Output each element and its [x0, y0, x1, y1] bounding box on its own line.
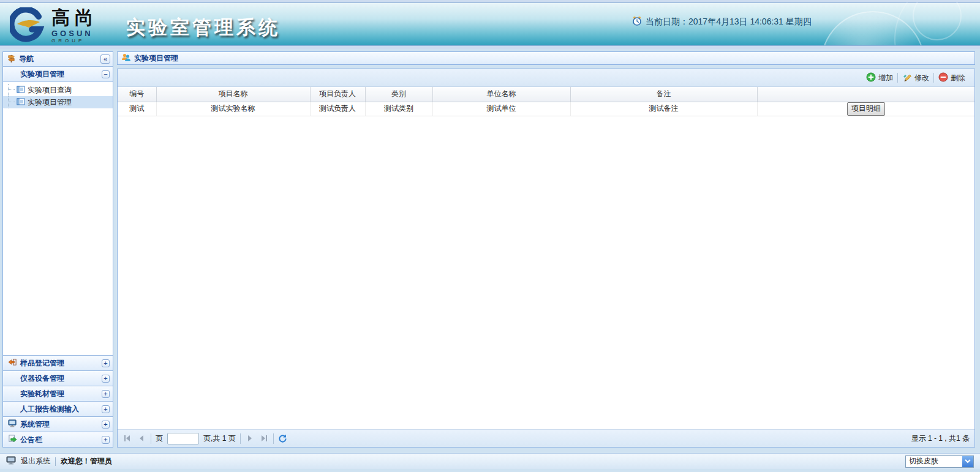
table-header-row: 编号 项目名称 项目负责人 类别 单位名称 备注	[118, 87, 974, 102]
accordion-section-label: 实验项目管理	[20, 69, 102, 80]
top-banner: 高尚 GOSUN GROUP 实验室管理系统 当前日期：2017年4月13日 1…	[0, 0, 980, 49]
add-button[interactable]: 增加	[862, 72, 897, 84]
accordion-section-announcement[interactable]: 公告栏 +	[3, 432, 113, 447]
sample-register-icon	[8, 358, 17, 369]
first-page-icon[interactable]	[123, 433, 132, 443]
pager-summary: 显示 1 - 1 , 共1 条	[911, 433, 970, 444]
accordion-section-label: 实验耗材管理	[20, 389, 102, 399]
cell-project-name: 测试实验名称	[156, 102, 310, 116]
expand-section-button[interactable]: +	[102, 405, 110, 413]
column-header-category[interactable]: 类别	[365, 87, 432, 102]
project-detail-button[interactable]: 项目明细	[847, 102, 885, 116]
expand-section-button[interactable]: +	[102, 375, 110, 383]
company-logo: 高尚 GOSUN GROUP	[10, 7, 98, 45]
current-datetime: 当前日期：2017年4月13日 14:06:31 星期四	[632, 16, 812, 28]
cell-project-leader: 测试负责人	[310, 102, 365, 116]
datagrid: 增加 修改	[117, 69, 975, 448]
delete-button-label: 删除	[951, 73, 965, 83]
page-number-input[interactable]	[167, 433, 199, 444]
monitor-icon	[8, 419, 17, 430]
accordion-section-sample-register[interactable]: 样品登记管理 +	[3, 355, 113, 370]
cell-category: 测试类别	[365, 102, 432, 116]
refresh-icon[interactable]	[278, 433, 288, 443]
tree-item-label: 实验项目管理	[28, 97, 72, 108]
logout-button[interactable]: 退出系统	[21, 456, 50, 466]
accordion-section-label: 系统管理	[20, 419, 102, 430]
clock-icon	[632, 16, 642, 28]
column-header-blank	[757, 87, 974, 102]
chevron-down-icon	[962, 456, 973, 467]
tree-item-experiment-project-manage[interactable]: 实验项目管理	[3, 96, 113, 108]
tree-connector	[8, 96, 15, 108]
logo-text-cn: 高尚	[51, 9, 98, 27]
accordion-section-experiment-project[interactable]: 实验项目管理 −	[3, 67, 113, 82]
footer-separator	[55, 457, 56, 466]
column-header-remark[interactable]: 备注	[570, 87, 757, 102]
column-header-project-leader[interactable]: 项目负责人	[310, 87, 365, 102]
accordion-section-system-manage[interactable]: 系统管理 +	[3, 416, 113, 432]
sidebar-header: 导航 «	[3, 52, 113, 67]
datagrid-toolbar: 增加 修改	[118, 69, 974, 87]
tree-item-experiment-project-query[interactable]: 实验项目查询	[3, 84, 113, 96]
users-icon	[121, 53, 131, 64]
add-icon	[866, 72, 876, 84]
collapse-section-button[interactable]: −	[102, 70, 110, 78]
cell-action: 项目明细	[757, 102, 974, 116]
edit-pencil-icon	[902, 72, 912, 84]
grid-empty-area	[118, 116, 974, 430]
page-total-label: 页,共 1 页	[203, 433, 236, 444]
accordion-section-lab-consumables[interactable]: 实验耗材管理 +	[3, 386, 113, 401]
document-icon	[17, 97, 25, 108]
sidebar-title: 导航	[19, 54, 100, 64]
signpost-icon	[7, 54, 16, 65]
sidebar-collapse-button[interactable]: «	[100, 54, 110, 64]
skin-select-value: 切换皮肤	[906, 456, 962, 466]
panel-title-text: 实验项目管理	[134, 53, 178, 64]
expand-section-button[interactable]: +	[102, 436, 110, 444]
sidebar-filler	[3, 108, 113, 355]
pager-separator	[273, 433, 274, 444]
gosun-logo-icon	[10, 7, 45, 45]
panel-title-bar: 实验项目管理	[117, 51, 975, 65]
edit-button-label: 修改	[914, 73, 929, 83]
tree-connector	[8, 84, 15, 96]
next-page-icon[interactable]	[245, 433, 255, 443]
edit-button[interactable]: 修改	[898, 72, 933, 84]
cell-unit-name: 测试单位	[432, 102, 570, 116]
delete-button[interactable]: 删除	[934, 72, 970, 84]
logo-text-en: GOSUN	[51, 29, 98, 37]
expand-section-button[interactable]: +	[102, 390, 110, 398]
expand-section-button[interactable]: +	[102, 421, 110, 429]
navigation-tree: 实验项目查询 实验项目管理	[3, 82, 113, 108]
skin-select[interactable]: 切换皮肤	[905, 455, 974, 468]
add-button-label: 增加	[878, 73, 893, 83]
page-label: 页	[156, 433, 163, 444]
announcement-icon	[8, 434, 17, 445]
exit-monitor-icon	[6, 456, 16, 466]
expand-section-button[interactable]: +	[102, 359, 110, 367]
system-title: 实验室管理系统	[126, 15, 281, 40]
delete-icon	[938, 72, 948, 84]
column-header-unit-name[interactable]: 单位名称	[432, 87, 570, 102]
main-panel: 实验项目管理 增加	[117, 51, 975, 448]
table-row[interactable]: 测试 测试实验名称 测试负责人 测试类别 测试单位 测试备注 项目明细	[118, 102, 974, 116]
pager-separator	[240, 433, 241, 444]
pager-separator	[151, 433, 151, 444]
last-page-icon[interactable]	[259, 433, 269, 443]
cell-id: 测试	[118, 102, 156, 116]
document-icon	[17, 85, 25, 96]
accordion-section-label: 公告栏	[20, 435, 102, 445]
accordion-section-label: 样品登记管理	[20, 358, 102, 369]
accordion-section-instrument-equipment[interactable]: 仪器设备管理 +	[3, 370, 113, 386]
accordion-section-manual-report-input[interactable]: 人工报告检测输入 +	[3, 401, 113, 416]
column-header-id[interactable]: 编号	[118, 87, 156, 102]
column-header-project-name[interactable]: 项目名称	[156, 87, 310, 102]
welcome-text: 欢迎您！管理员	[61, 456, 112, 466]
prev-page-icon[interactable]	[137, 433, 146, 443]
logo-text-group: GROUP	[51, 39, 98, 43]
cell-remark: 测试备注	[570, 102, 757, 116]
pagination-bar: 页 页,共 1 页	[118, 429, 974, 447]
accordion-section-label: 人工报告检测输入	[20, 404, 102, 414]
navigation-sidebar: 导航 « 实验项目管理 − 实验项目查询	[2, 51, 113, 448]
accordion-section-label: 仪器设备管理	[20, 373, 102, 384]
